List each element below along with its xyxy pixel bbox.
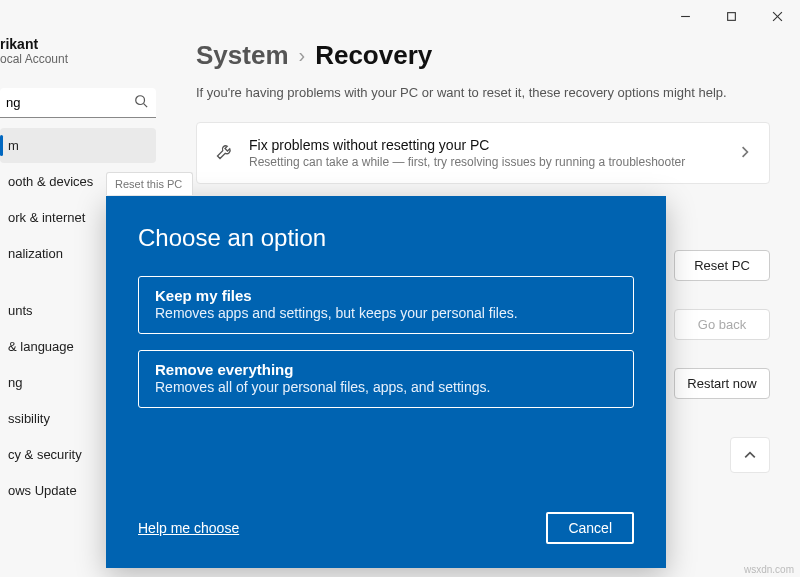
nav-label: ssibility — [8, 411, 50, 426]
nav-label: ooth & devices — [8, 174, 93, 189]
nav-label: ows Update — [8, 483, 77, 498]
dialog-tab: Reset this PC — [106, 172, 193, 195]
option-title: Remove everything — [155, 361, 617, 378]
dialog-options: Keep my files Removes apps and settings,… — [138, 276, 634, 408]
dialog-footer: Help me choose Cancel — [106, 512, 666, 568]
search-icon[interactable] — [134, 94, 148, 112]
intro-text: If you're having problems with your PC o… — [196, 85, 770, 100]
wrench-icon — [215, 141, 235, 165]
nav-label: m — [8, 138, 19, 153]
chevron-right-icon: › — [299, 44, 306, 67]
chevron-right-icon — [739, 144, 751, 162]
svg-line-5 — [144, 104, 148, 108]
breadcrumb-parent[interactable]: System — [196, 40, 289, 71]
option-description: Removes all of your personal files, apps… — [155, 379, 617, 395]
help-me-choose-link[interactable]: Help me choose — [138, 520, 239, 536]
breadcrumb: System › Recovery — [196, 40, 770, 71]
card-title: Fix problems without resetting your PC — [249, 137, 725, 153]
search-input[interactable] — [0, 88, 156, 118]
cancel-button[interactable]: Cancel — [546, 512, 634, 544]
nav-label: ng — [8, 375, 22, 390]
page-title: Recovery — [315, 40, 432, 71]
go-back-button[interactable]: Go back — [674, 309, 770, 340]
option-description: Removes apps and settings, but keeps you… — [155, 305, 617, 321]
option-title: Keep my files — [155, 287, 617, 304]
nav-item-system[interactable]: m — [0, 128, 156, 163]
profile-block[interactable]: rikant ocal Account — [0, 30, 156, 72]
reset-pc-button[interactable]: Reset PC — [674, 250, 770, 281]
nav-label: cy & security — [8, 447, 82, 462]
dialog-title: Choose an option — [138, 224, 634, 252]
profile-subtitle: ocal Account — [0, 52, 156, 66]
nav-label: & language — [8, 339, 74, 354]
nav-label: unts — [8, 303, 33, 318]
expand-toggle[interactable] — [730, 437, 770, 473]
action-column: Reset PC Go back Restart now — [674, 250, 770, 473]
search-wrap — [0, 88, 156, 118]
profile-name: rikant — [0, 36, 156, 52]
restart-now-button[interactable]: Restart now — [674, 368, 770, 399]
option-keep-my-files[interactable]: Keep my files Removes apps and settings,… — [138, 276, 634, 334]
troubleshooter-card[interactable]: Fix problems without resetting your PC R… — [196, 122, 770, 184]
card-description: Resetting can take a while — first, try … — [249, 155, 725, 169]
svg-point-4 — [136, 96, 145, 105]
nav-label: nalization — [8, 246, 63, 261]
watermark: wsxdn.com — [744, 564, 794, 575]
nav-label: ork & internet — [8, 210, 85, 225]
option-remove-everything[interactable]: Remove everything Removes all of your pe… — [138, 350, 634, 408]
card-body: Fix problems without resetting your PC R… — [249, 137, 725, 169]
reset-pc-dialog: Reset this PC Choose an option Keep my f… — [106, 196, 666, 568]
chevron-up-icon — [744, 449, 756, 461]
